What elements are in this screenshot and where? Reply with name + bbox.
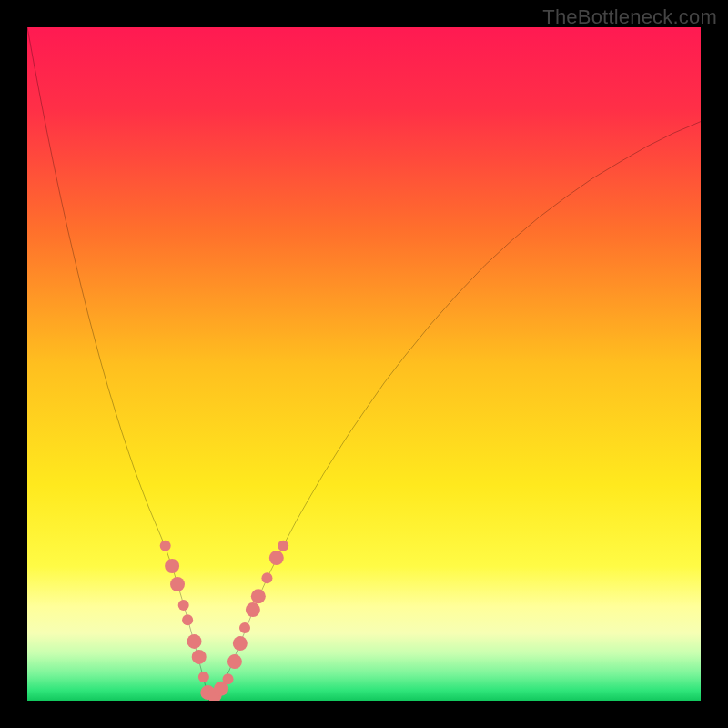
data-marker	[160, 541, 171, 551]
data-marker	[233, 636, 248, 651]
data-marker	[165, 559, 179, 573]
data-marker	[170, 577, 185, 592]
data-marker	[261, 572, 272, 583]
data-marker	[187, 634, 202, 649]
data-marker	[223, 673, 234, 684]
series-group	[27, 27, 701, 701]
data-marker	[239, 622, 250, 633]
data-marker	[192, 650, 207, 664]
data-marker	[251, 589, 266, 603]
curve-right-curve	[209, 122, 701, 701]
data-marker	[269, 551, 284, 565]
curve-left-curve	[27, 27, 209, 701]
data-marker	[228, 654, 242, 669]
marker-group	[160, 541, 289, 701]
data-marker	[198, 672, 209, 682]
data-marker	[178, 600, 189, 611]
watermark-text: TheBottleneck.com	[542, 5, 717, 29]
chart-svg	[27, 27, 701, 701]
plot-area	[27, 27, 701, 701]
data-marker	[246, 602, 260, 617]
data-marker	[278, 541, 288, 551]
chart-frame: TheBottleneck.com	[0, 0, 728, 728]
data-marker	[182, 614, 193, 625]
